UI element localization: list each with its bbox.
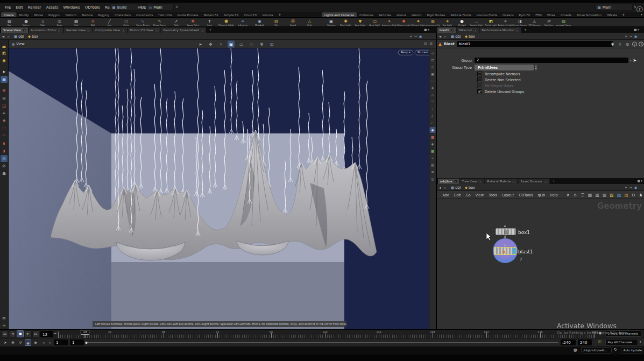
- shelf-add-tab-icon[interactable]: +: [620, 12, 627, 17]
- lasso-select-icon[interactable]: ◠: [1, 132, 8, 139]
- shelf-tool-circle[interactable]: ○Circle: [118, 19, 135, 26]
- clipboard-icon[interactable]: ⌗: [617, 41, 623, 47]
- pane-tab-motion-fx-view[interactable]: Motion FX View×: [128, 27, 160, 33]
- timeline-ruler[interactable]: 124487296120144168192216240 13: [58, 330, 594, 338]
- display-options-icon[interactable]: ▭: [238, 41, 245, 48]
- menu-windows[interactable]: Windows: [61, 3, 82, 12]
- frame-nudge-icons[interactable]: ◄►: [53, 332, 57, 335]
- follow-playbar-icon[interactable]: ➤: [2, 339, 9, 346]
- message-icon[interactable]: ◍: [574, 348, 577, 352]
- translate-handle-icon[interactable]: ✥: [1, 87, 8, 94]
- pane-tab-render-view[interactable]: Render View×: [64, 27, 93, 33]
- node-box1[interactable]: [496, 228, 516, 235]
- checkbox-delete-unused-groups[interactable]: ✓Delete Unused Groups: [477, 89, 524, 94]
- add-pane-tab-icon[interactable]: +: [207, 28, 214, 32]
- select-mode-icon[interactable]: ➤: [197, 41, 204, 48]
- node-blast1-label[interactable]: blast1: [518, 249, 533, 254]
- shelf-tool-tube[interactable]: ▯Tube: [34, 19, 51, 26]
- pane-tab-blast1[interactable]: blast1×: [437, 27, 456, 33]
- range-end-field2[interactable]: 240: [578, 339, 592, 345]
- add-pane-tab-icon[interactable]: +: [521, 28, 529, 32]
- pose-tool-icon[interactable]: ✳: [1, 110, 8, 117]
- badge-icon[interactable]: ɓ: [573, 192, 578, 199]
- box-select-icon[interactable]: ⬚: [1, 125, 8, 132]
- scoped-channels-icon[interactable]: ✥: [10, 339, 16, 346]
- flipbook-icon[interactable]: ✾: [258, 41, 265, 48]
- close-tab-icon[interactable]: ×: [478, 180, 482, 183]
- texture-icon[interactable]: ▩: [430, 148, 436, 154]
- audio-icon[interactable]: ◉: [25, 339, 31, 346]
- snap-off-icon[interactable]: ⊘: [1, 162, 8, 169]
- range-end-field[interactable]: ◄240: [561, 339, 576, 345]
- snapshot-icon[interactable]: ◉: [1, 57, 8, 64]
- viewport[interactable]: Persp ▾ No cam ▾ Left mouse tumbles. Mid…: [9, 48, 429, 329]
- range-slider-handle[interactable]: ◆: [85, 340, 89, 345]
- checkbox-fill-simple-holes[interactable]: Fill Simple Holes: [477, 83, 513, 88]
- node-box1-label[interactable]: box1: [518, 229, 530, 235]
- go-end-button[interactable]: ►►: [32, 330, 39, 337]
- play-button[interactable]: ►: [25, 330, 32, 337]
- net-menu-view[interactable]: View: [473, 193, 486, 197]
- user-icon[interactable]: ♟: [638, 192, 643, 199]
- shelf-tool-grid[interactable]: ▦Grid: [68, 19, 84, 26]
- layout-selector[interactable]: ◎Main: [146, 4, 174, 11]
- grid-layout-icon[interactable]: ▦: [588, 192, 593, 199]
- range-start-field[interactable]: 1: [54, 339, 68, 345]
- shelf-tool-volume-light[interactable]: ✺Volume Light: [397, 19, 411, 26]
- range-start-field2[interactable]: 1: [70, 339, 84, 345]
- network-tools-icon[interactable]: ✕: [565, 192, 571, 199]
- path-dropdown-icon[interactable]: ▾: [410, 34, 412, 39]
- checkbox-box[interactable]: ✓: [477, 89, 482, 94]
- shelf-tool-gamepad-camera[interactable]: ▥Gamepad Camera: [556, 19, 571, 26]
- realtime-toggle-icon[interactable]: ↺: [17, 339, 24, 346]
- menu-edit[interactable]: Edit: [13, 3, 26, 12]
- persp-menu-button[interactable]: Persp ▾: [398, 50, 413, 55]
- current-frame-marker[interactable]: 13: [81, 330, 89, 335]
- shelf-tool-sky-light[interactable]: ☀Sky Light: [440, 19, 455, 26]
- layout-stepper[interactable]: ⇅: [175, 5, 178, 9]
- back-icon[interactable]: ◄: [0, 34, 6, 38]
- shelf-tool-torus[interactable]: ◎Torus: [51, 19, 68, 26]
- shelf-overflow-icon[interactable]: ▾: [641, 13, 642, 17]
- net-node-chip[interactable]: ◆box: [463, 185, 477, 189]
- shelf-tool-switcher[interactable]: ⇄Switcher: [542, 19, 556, 26]
- go-start-button[interactable]: ◄◄: [1, 330, 8, 337]
- shelf-tool-file[interactable]: ▤File: [268, 19, 285, 26]
- group-type-stepper[interactable]: ▴▾: [535, 65, 537, 70]
- group-field[interactable]: 2: [475, 58, 628, 63]
- stop-button[interactable]: ■: [17, 330, 24, 337]
- net-pin-icon[interactable]: ⊸: [629, 186, 632, 190]
- shelf-tool-helix[interactable]: △Helix: [301, 19, 318, 26]
- net-forward-icon[interactable]: ►: [443, 185, 449, 189]
- right-pane-menu-icon[interactable]: ■ ▾: [634, 28, 639, 32]
- next-key-icon[interactable]: ►: [47, 339, 54, 346]
- close-tab-icon[interactable]: ×: [201, 29, 204, 32]
- status-node-path[interactable]: /obj/cloth/vellu...: [581, 347, 612, 353]
- tile-layout-icon[interactable]: ▥: [595, 192, 600, 199]
- box1-input-dot[interactable]: [504, 225, 506, 227]
- normals-display-icon[interactable]: ⊥: [430, 106, 436, 112]
- range-slider[interactable]: [87, 342, 558, 343]
- shelf-tool-path[interactable]: ➚Path: [168, 19, 185, 26]
- params-forward-icon[interactable]: ►: [443, 34, 449, 38]
- group-type-dropdown[interactable]: Primitives: [475, 65, 534, 70]
- close-tab-icon[interactable]: ×: [23, 29, 26, 32]
- menu-render[interactable]: Render: [25, 3, 44, 12]
- params-context-chip[interactable]: ▦obj: [449, 34, 463, 38]
- pane-tab-take-list[interactable]: Take List×: [457, 27, 479, 33]
- shelf-tool-line[interactable]: ╱Line: [101, 19, 118, 26]
- checkbox-recompute-normals[interactable]: Recompute Normals: [477, 72, 520, 76]
- scene-lighting-icon[interactable]: ⌁: [430, 155, 436, 161]
- snap-prim-magnet-icon[interactable]: ◗: [1, 147, 8, 154]
- snap-point-icon[interactable]: ◍: [1, 155, 8, 162]
- visualizer-icon[interactable]: ◎: [430, 176, 436, 182]
- shelf-tool-environment-light[interactable]: ◍Environment Light: [426, 19, 440, 26]
- paint-tool-icon[interactable]: ❖: [1, 117, 8, 124]
- shelf-tool-stereo-camera[interactable]: ◨Stereo Camera: [513, 19, 527, 26]
- close-tab-icon[interactable]: ×: [473, 29, 477, 32]
- network-tab-obj-box[interactable]: /obj/box×: [438, 179, 459, 184]
- net-path-dropdown-icon[interactable]: ▾: [625, 186, 627, 190]
- checkbox-box[interactable]: [477, 83, 482, 88]
- shelf-tool-portal-light[interactable]: ◩Portal Light: [484, 19, 498, 26]
- network-tab-asset-browser[interactable]: Asset Browser×: [519, 179, 550, 184]
